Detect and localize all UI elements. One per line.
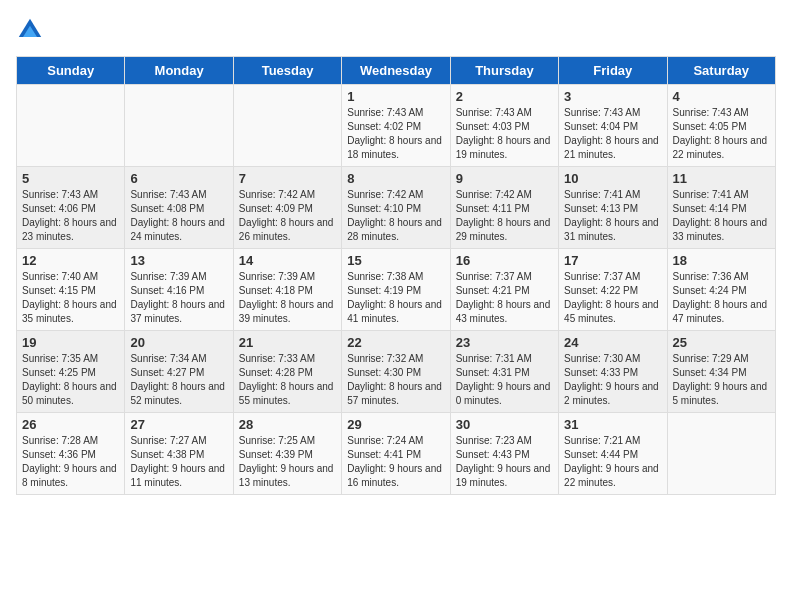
day-number: 1: [347, 89, 444, 104]
calendar-cell: 26Sunrise: 7:28 AM Sunset: 4:36 PM Dayli…: [17, 413, 125, 495]
day-info: Sunrise: 7:37 AM Sunset: 4:22 PM Dayligh…: [564, 270, 661, 326]
day-info: Sunrise: 7:28 AM Sunset: 4:36 PM Dayligh…: [22, 434, 119, 490]
day-info: Sunrise: 7:21 AM Sunset: 4:44 PM Dayligh…: [564, 434, 661, 490]
calendar-cell: 21Sunrise: 7:33 AM Sunset: 4:28 PM Dayli…: [233, 331, 341, 413]
day-info: Sunrise: 7:43 AM Sunset: 4:02 PM Dayligh…: [347, 106, 444, 162]
day-number: 25: [673, 335, 770, 350]
day-info: Sunrise: 7:39 AM Sunset: 4:18 PM Dayligh…: [239, 270, 336, 326]
day-number: 8: [347, 171, 444, 186]
calendar-cell: 29Sunrise: 7:24 AM Sunset: 4:41 PM Dayli…: [342, 413, 450, 495]
day-of-week-header: Tuesday: [233, 57, 341, 85]
day-number: 19: [22, 335, 119, 350]
calendar-cell: 17Sunrise: 7:37 AM Sunset: 4:22 PM Dayli…: [559, 249, 667, 331]
day-number: 5: [22, 171, 119, 186]
calendar-week-row: 12Sunrise: 7:40 AM Sunset: 4:15 PM Dayli…: [17, 249, 776, 331]
day-number: 12: [22, 253, 119, 268]
calendar-week-row: 1Sunrise: 7:43 AM Sunset: 4:02 PM Daylig…: [17, 85, 776, 167]
day-info: Sunrise: 7:37 AM Sunset: 4:21 PM Dayligh…: [456, 270, 553, 326]
calendar-cell: [125, 85, 233, 167]
day-info: Sunrise: 7:43 AM Sunset: 4:03 PM Dayligh…: [456, 106, 553, 162]
calendar-cell: 11Sunrise: 7:41 AM Sunset: 4:14 PM Dayli…: [667, 167, 775, 249]
day-of-week-header: Friday: [559, 57, 667, 85]
day-number: 23: [456, 335, 553, 350]
calendar-cell: 3Sunrise: 7:43 AM Sunset: 4:04 PM Daylig…: [559, 85, 667, 167]
day-number: 28: [239, 417, 336, 432]
calendar-cell: [17, 85, 125, 167]
day-number: 13: [130, 253, 227, 268]
day-number: 4: [673, 89, 770, 104]
day-info: Sunrise: 7:40 AM Sunset: 4:15 PM Dayligh…: [22, 270, 119, 326]
day-info: Sunrise: 7:42 AM Sunset: 4:11 PM Dayligh…: [456, 188, 553, 244]
day-of-week-row: SundayMondayTuesdayWednesdayThursdayFrid…: [17, 57, 776, 85]
day-number: 29: [347, 417, 444, 432]
day-number: 14: [239, 253, 336, 268]
calendar-cell: 8Sunrise: 7:42 AM Sunset: 4:10 PM Daylig…: [342, 167, 450, 249]
calendar-cell: 6Sunrise: 7:43 AM Sunset: 4:08 PM Daylig…: [125, 167, 233, 249]
day-info: Sunrise: 7:27 AM Sunset: 4:38 PM Dayligh…: [130, 434, 227, 490]
day-number: 31: [564, 417, 661, 432]
day-info: Sunrise: 7:43 AM Sunset: 4:08 PM Dayligh…: [130, 188, 227, 244]
day-info: Sunrise: 7:43 AM Sunset: 4:05 PM Dayligh…: [673, 106, 770, 162]
calendar-cell: 5Sunrise: 7:43 AM Sunset: 4:06 PM Daylig…: [17, 167, 125, 249]
day-of-week-header: Thursday: [450, 57, 558, 85]
day-number: 17: [564, 253, 661, 268]
calendar-cell: 16Sunrise: 7:37 AM Sunset: 4:21 PM Dayli…: [450, 249, 558, 331]
day-number: 10: [564, 171, 661, 186]
day-number: 30: [456, 417, 553, 432]
day-number: 24: [564, 335, 661, 350]
day-number: 9: [456, 171, 553, 186]
day-number: 3: [564, 89, 661, 104]
day-info: Sunrise: 7:41 AM Sunset: 4:13 PM Dayligh…: [564, 188, 661, 244]
calendar-week-row: 5Sunrise: 7:43 AM Sunset: 4:06 PM Daylig…: [17, 167, 776, 249]
logo: [16, 16, 48, 44]
calendar-cell: 7Sunrise: 7:42 AM Sunset: 4:09 PM Daylig…: [233, 167, 341, 249]
day-info: Sunrise: 7:43 AM Sunset: 4:04 PM Dayligh…: [564, 106, 661, 162]
day-info: Sunrise: 7:41 AM Sunset: 4:14 PM Dayligh…: [673, 188, 770, 244]
day-info: Sunrise: 7:34 AM Sunset: 4:27 PM Dayligh…: [130, 352, 227, 408]
day-number: 26: [22, 417, 119, 432]
calendar-cell: 15Sunrise: 7:38 AM Sunset: 4:19 PM Dayli…: [342, 249, 450, 331]
calendar: SundayMondayTuesdayWednesdayThursdayFrid…: [16, 56, 776, 495]
calendar-cell: 14Sunrise: 7:39 AM Sunset: 4:18 PM Dayli…: [233, 249, 341, 331]
day-info: Sunrise: 7:23 AM Sunset: 4:43 PM Dayligh…: [456, 434, 553, 490]
logo-icon: [16, 16, 44, 44]
day-number: 2: [456, 89, 553, 104]
calendar-cell: 27Sunrise: 7:27 AM Sunset: 4:38 PM Dayli…: [125, 413, 233, 495]
calendar-cell: 2Sunrise: 7:43 AM Sunset: 4:03 PM Daylig…: [450, 85, 558, 167]
day-info: Sunrise: 7:42 AM Sunset: 4:09 PM Dayligh…: [239, 188, 336, 244]
day-info: Sunrise: 7:25 AM Sunset: 4:39 PM Dayligh…: [239, 434, 336, 490]
calendar-cell: 24Sunrise: 7:30 AM Sunset: 4:33 PM Dayli…: [559, 331, 667, 413]
calendar-cell: 28Sunrise: 7:25 AM Sunset: 4:39 PM Dayli…: [233, 413, 341, 495]
day-number: 22: [347, 335, 444, 350]
calendar-cell: 18Sunrise: 7:36 AM Sunset: 4:24 PM Dayli…: [667, 249, 775, 331]
day-number: 7: [239, 171, 336, 186]
day-info: Sunrise: 7:42 AM Sunset: 4:10 PM Dayligh…: [347, 188, 444, 244]
day-number: 11: [673, 171, 770, 186]
day-info: Sunrise: 7:39 AM Sunset: 4:16 PM Dayligh…: [130, 270, 227, 326]
calendar-cell: 1Sunrise: 7:43 AM Sunset: 4:02 PM Daylig…: [342, 85, 450, 167]
day-number: 27: [130, 417, 227, 432]
day-of-week-header: Sunday: [17, 57, 125, 85]
calendar-body: 1Sunrise: 7:43 AM Sunset: 4:02 PM Daylig…: [17, 85, 776, 495]
calendar-cell: 9Sunrise: 7:42 AM Sunset: 4:11 PM Daylig…: [450, 167, 558, 249]
day-info: Sunrise: 7:29 AM Sunset: 4:34 PM Dayligh…: [673, 352, 770, 408]
day-number: 16: [456, 253, 553, 268]
day-of-week-header: Saturday: [667, 57, 775, 85]
calendar-cell: 12Sunrise: 7:40 AM Sunset: 4:15 PM Dayli…: [17, 249, 125, 331]
calendar-cell: 13Sunrise: 7:39 AM Sunset: 4:16 PM Dayli…: [125, 249, 233, 331]
day-number: 18: [673, 253, 770, 268]
day-number: 6: [130, 171, 227, 186]
day-info: Sunrise: 7:38 AM Sunset: 4:19 PM Dayligh…: [347, 270, 444, 326]
day-number: 20: [130, 335, 227, 350]
day-of-week-header: Monday: [125, 57, 233, 85]
calendar-cell: 30Sunrise: 7:23 AM Sunset: 4:43 PM Dayli…: [450, 413, 558, 495]
calendar-cell: 31Sunrise: 7:21 AM Sunset: 4:44 PM Dayli…: [559, 413, 667, 495]
day-info: Sunrise: 7:35 AM Sunset: 4:25 PM Dayligh…: [22, 352, 119, 408]
day-number: 15: [347, 253, 444, 268]
calendar-week-row: 19Sunrise: 7:35 AM Sunset: 4:25 PM Dayli…: [17, 331, 776, 413]
day-of-week-header: Wednesday: [342, 57, 450, 85]
calendar-cell: 23Sunrise: 7:31 AM Sunset: 4:31 PM Dayli…: [450, 331, 558, 413]
day-info: Sunrise: 7:31 AM Sunset: 4:31 PM Dayligh…: [456, 352, 553, 408]
calendar-cell: [667, 413, 775, 495]
day-info: Sunrise: 7:24 AM Sunset: 4:41 PM Dayligh…: [347, 434, 444, 490]
